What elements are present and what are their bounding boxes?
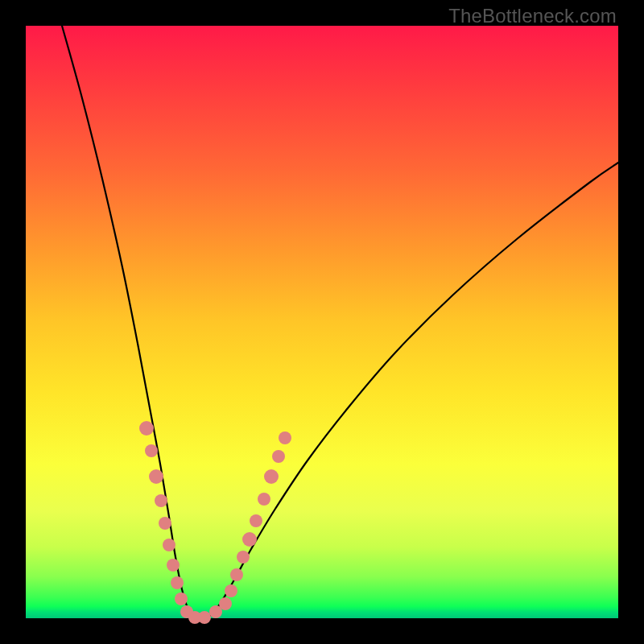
data-marker xyxy=(145,444,158,457)
data-marker xyxy=(258,493,270,506)
data-marker xyxy=(272,450,285,463)
data-marker xyxy=(219,597,232,610)
data-marker xyxy=(155,494,167,507)
data-marker xyxy=(264,469,279,484)
bottleneck-curve xyxy=(62,26,618,619)
data-marker xyxy=(250,514,262,527)
data-marker xyxy=(149,469,163,484)
data-markers xyxy=(139,421,291,624)
data-marker xyxy=(198,611,211,624)
data-marker xyxy=(159,517,171,530)
data-marker xyxy=(175,592,188,605)
watermark-text: TheBottleneck.com xyxy=(448,5,617,27)
data-marker xyxy=(171,576,184,589)
data-marker xyxy=(279,431,291,444)
data-marker xyxy=(225,584,237,597)
chart-frame: TheBottleneck.com xyxy=(0,0,644,644)
data-marker xyxy=(242,532,257,547)
data-marker xyxy=(237,551,250,564)
curve-layer xyxy=(26,26,618,618)
data-marker xyxy=(163,539,175,551)
data-marker xyxy=(230,568,243,581)
data-marker xyxy=(167,559,180,572)
data-marker xyxy=(139,421,154,436)
